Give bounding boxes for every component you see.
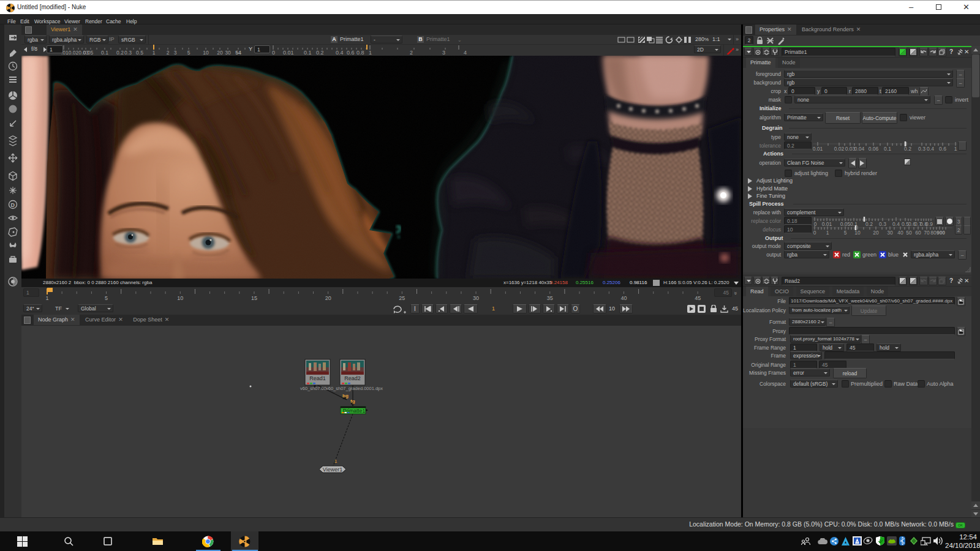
- svg-text:0.3: 0.3: [918, 146, 925, 151]
- svg-text:0.06: 0.06: [869, 146, 879, 151]
- svg-text:5: 5: [187, 50, 190, 56]
- svg-text:Read1: Read1: [309, 375, 326, 381]
- svg-text:70: 70: [924, 230, 930, 235]
- svg-text:0.1: 0.1: [304, 50, 312, 56]
- svg-text:30: 30: [225, 50, 231, 56]
- svg-text:20: 20: [217, 50, 223, 56]
- svg-text:45: 45: [695, 295, 701, 301]
- svg-text:5: 5: [105, 295, 108, 301]
- svg-text:bg: bg: [342, 393, 349, 399]
- svg-text:80: 80: [930, 230, 937, 235]
- svg-text:0.6: 0.6: [347, 50, 355, 56]
- svg-text:0.1: 0.1: [101, 50, 108, 56]
- svg-text:0.01: 0.01: [283, 50, 294, 56]
- svg-text:20: 20: [325, 295, 331, 301]
- svg-text:0.2: 0.2: [316, 50, 324, 56]
- svg-text:0.8: 0.8: [356, 50, 364, 56]
- svg-text:1: 1: [954, 146, 957, 151]
- svg-text:40: 40: [620, 295, 627, 301]
- svg-text:2: 2: [410, 50, 413, 56]
- svg-text:0.1: 0.1: [884, 146, 891, 151]
- svg-text:0.02: 0.02: [834, 146, 845, 151]
- svg-text:50: 50: [906, 230, 912, 235]
- svg-text:0.5: 0.5: [136, 50, 143, 56]
- svg-text:4: 4: [464, 50, 467, 56]
- svg-text:900: 900: [937, 230, 945, 235]
- svg-text:1: 1: [334, 459, 337, 464]
- svg-text:3: 3: [174, 50, 177, 56]
- svg-text:54: 54: [235, 50, 241, 56]
- svg-text:20: 20: [873, 230, 879, 235]
- svg-text:Viewer1: Viewer1: [323, 467, 342, 473]
- svg-text:0.05: 0.05: [83, 50, 94, 56]
- svg-text:10: 10: [203, 50, 209, 56]
- svg-text:30: 30: [887, 230, 893, 235]
- svg-text:D: D: [11, 202, 15, 208]
- svg-text:1: 1: [369, 50, 372, 56]
- svg-text:10: 10: [177, 295, 183, 301]
- svg-text:0.2: 0.2: [904, 146, 911, 151]
- svg-text:v60_sh07_graded.0001.dpx: v60_sh07_graded.0001.dpx: [326, 386, 383, 391]
- svg-text:35: 35: [547, 295, 553, 301]
- svg-text:0.04: 0.04: [854, 146, 865, 151]
- svg-text:0.4: 0.4: [927, 146, 934, 151]
- svg-text:Read2: Read2: [344, 375, 361, 381]
- svg-text:0.01: 0.01: [813, 146, 823, 151]
- svg-text:5: 5: [844, 230, 847, 235]
- svg-text:1: 1: [45, 295, 48, 301]
- svg-text:fg: fg: [350, 399, 355, 404]
- svg-text:40: 40: [897, 230, 903, 235]
- svg-text:30: 30: [473, 295, 479, 301]
- svg-text:2: 2: [167, 50, 170, 56]
- svg-text:0.4: 0.4: [336, 50, 344, 56]
- svg-text:1: 1: [826, 230, 829, 235]
- svg-text:0.3: 0.3: [124, 50, 132, 56]
- svg-text:0: 0: [813, 230, 816, 235]
- svg-text:3: 3: [442, 50, 445, 56]
- svg-text:v60_sh07.00: v60_sh07.00: [300, 386, 326, 391]
- svg-text:0.6: 0.6: [939, 146, 946, 151]
- svg-text:0: 0: [272, 50, 275, 56]
- svg-text:10: 10: [854, 230, 861, 235]
- svg-text:60: 60: [915, 230, 921, 235]
- svg-text:1: 1: [153, 50, 156, 56]
- svg-text:15: 15: [251, 295, 257, 301]
- svg-text:25: 25: [399, 295, 405, 301]
- svg-text:0.2: 0.2: [116, 50, 124, 56]
